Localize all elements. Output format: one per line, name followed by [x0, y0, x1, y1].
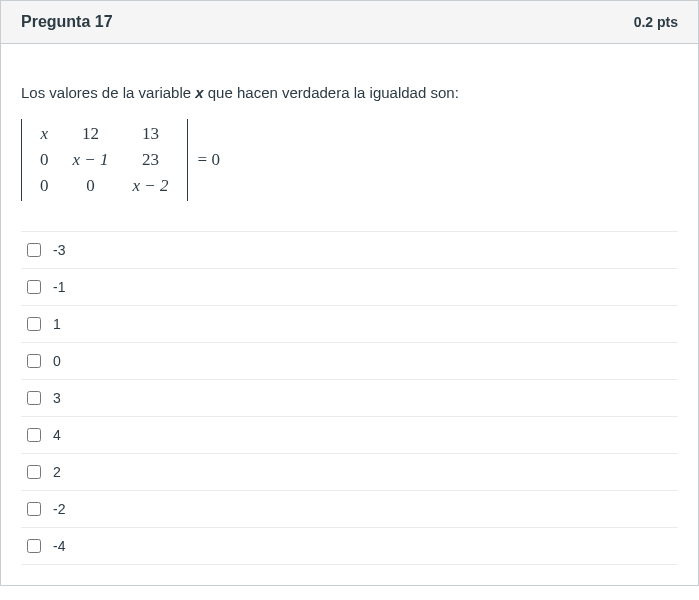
answer-checkbox[interactable]: [27, 317, 41, 331]
matrix-cell: 0: [28, 173, 61, 199]
matrix: x 12 13 0 x − 1 23 0 0 x − 2: [28, 121, 181, 199]
matrix-cell: 0: [61, 173, 121, 199]
answer-label: 0: [53, 353, 61, 369]
answer-checkbox[interactable]: [27, 539, 41, 553]
question-prompt: Los valores de la variable x que hacen v…: [21, 84, 678, 101]
question-header: Pregunta 17 0.2 pts: [1, 1, 698, 44]
equation-rhs: = 0: [198, 150, 220, 170]
matrix-cell: x − 2: [121, 173, 181, 199]
answer-label: -3: [53, 242, 65, 258]
answer-label: -4: [53, 538, 65, 554]
prompt-variable: x: [195, 84, 203, 101]
answer-option[interactable]: -1: [21, 269, 678, 306]
answer-option[interactable]: 4: [21, 417, 678, 454]
answer-option[interactable]: -2: [21, 491, 678, 528]
answer-option[interactable]: -3: [21, 232, 678, 269]
answer-checkbox[interactable]: [27, 391, 41, 405]
answer-checkbox[interactable]: [27, 502, 41, 516]
prompt-text-before: Los valores de la variable: [21, 84, 195, 101]
matrix-cell: 12: [61, 121, 121, 147]
matrix-cell: 0: [28, 147, 61, 173]
answer-label: -2: [53, 501, 65, 517]
question-body: Los valores de la variable x que hacen v…: [1, 44, 698, 585]
answer-checkbox[interactable]: [27, 243, 41, 257]
answer-checkbox[interactable]: [27, 280, 41, 294]
answer-label: 3: [53, 390, 61, 406]
equation: x 12 13 0 x − 1 23 0 0 x − 2: [21, 119, 678, 201]
prompt-text-after: que hacen verdadera la igualdad son:: [204, 84, 459, 101]
answer-label: 1: [53, 316, 61, 332]
question-points: 0.2 pts: [634, 14, 678, 30]
answer-option[interactable]: 2: [21, 454, 678, 491]
answer-checkbox[interactable]: [27, 428, 41, 442]
matrix-cell: x: [28, 121, 61, 147]
matrix-cell: 23: [121, 147, 181, 173]
answer-label: 2: [53, 464, 61, 480]
answer-checkbox[interactable]: [27, 465, 41, 479]
answer-option[interactable]: 3: [21, 380, 678, 417]
answer-option[interactable]: -4: [21, 528, 678, 565]
answer-option[interactable]: 0: [21, 343, 678, 380]
answer-checkbox[interactable]: [27, 354, 41, 368]
question-title: Pregunta 17: [21, 13, 113, 31]
determinant: x 12 13 0 x − 1 23 0 0 x − 2: [21, 119, 188, 201]
matrix-cell: x − 1: [61, 147, 121, 173]
answer-label: 4: [53, 427, 61, 443]
answer-list: -3 -1 1 0 3 4: [21, 231, 678, 565]
matrix-cell: 13: [121, 121, 181, 147]
answer-label: -1: [53, 279, 65, 295]
answer-option[interactable]: 1: [21, 306, 678, 343]
question-card: Pregunta 17 0.2 pts Los valores de la va…: [0, 0, 699, 586]
